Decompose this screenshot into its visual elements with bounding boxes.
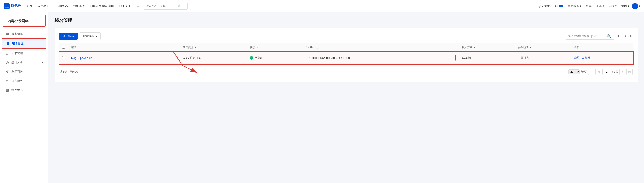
download-icon[interactable]: ⬇: [616, 33, 621, 39]
row-ops: 管理 复制配: [570, 52, 634, 64]
settings-icon[interactable]: ⚙: [622, 33, 627, 39]
batch-ops-button[interactable]: 批量操作 ▾: [80, 32, 101, 40]
nav-right: ◎ 小程序 ✉ 29 集团账号 ▾ 备案 工具 ▾ 支持 ▾ 费用 ▾ ▾: [536, 3, 640, 9]
copy-link[interactable]: 复制配: [582, 56, 590, 59]
logo[interactable]: 腾讯云: [4, 3, 21, 9]
row-check: [59, 52, 68, 64]
sidebar-item-overview[interactable]: ▦ 服务概览: [0, 29, 48, 38]
sidebar-label-domain: 域名管理: [12, 42, 23, 45]
status-filter[interactable]: 状态 ▼: [250, 45, 258, 49]
nav-separator: [52, 4, 52, 8]
add-domain-button[interactable]: 添加域名: [59, 32, 78, 40]
th-domain: 域名: [68, 43, 180, 52]
nav-fee[interactable]: 费用 ▾: [619, 4, 631, 8]
toolbar: 添加域名 批量操作 ▾ 🔍 ⬇ ⚙ ↻: [59, 32, 634, 40]
main-content: 域名管理 添加域名 批量操作 ▾ 🔍 ⬇ ⚙ ↻: [48, 12, 644, 183]
nav-cdn[interactable]: 内容分发网络 CDN: [88, 0, 116, 12]
page-number-input[interactable]: [602, 69, 611, 75]
log-icon: □: [5, 79, 9, 83]
th-access[interactable]: 接入方式 ▼: [459, 43, 514, 52]
refresh-table-icon[interactable]: ↻: [629, 33, 634, 39]
sidebar-item-domain[interactable]: ⊟ 域名管理: [2, 38, 46, 49]
domain-link[interactable]: blog.liujiaweb.cn: [71, 56, 92, 60]
nav-account[interactable]: 集团账号 ▾: [566, 4, 583, 8]
toolbar-right: 🔍 ⬇ ⚙ ↻: [566, 32, 634, 40]
table-search-input[interactable]: [568, 34, 604, 38]
batch-ops-chevron-icon: ▾: [96, 34, 97, 38]
page-size-dropdown[interactable]: 20 50 100: [568, 69, 580, 74]
toolbar-search-box: 🔍: [566, 32, 614, 40]
sidebar-item-refresh[interactable]: ↺ 刷新预热: [0, 67, 48, 76]
row-status: 已启动: [247, 52, 302, 64]
sidebar-item-stats[interactable]: ◷ 统计分析 ▾: [0, 58, 48, 67]
th-check: [59, 43, 68, 52]
page-first-btn[interactable]: ⏮: [588, 69, 594, 75]
table-row: blog.liujiaweb.cn CDN 静态加速 已启动: [59, 52, 634, 64]
sidebar-label-cert: 证书管理: [12, 51, 23, 55]
row-region: 中国境内: [515, 52, 570, 64]
page-next-btn[interactable]: ▶: [619, 69, 626, 75]
nav-tools[interactable]: 工具 ▾: [594, 4, 606, 8]
search-icon[interactable]: 🔍: [178, 4, 182, 8]
th-type[interactable]: 加速类型 ▼: [180, 43, 247, 52]
manage-link[interactable]: 管理: [574, 56, 579, 59]
nav-backup[interactable]: 备案: [584, 4, 593, 8]
th-status[interactable]: 状态 ▼: [247, 43, 302, 52]
page-size-select: 20 50 100 条/页: [568, 69, 586, 74]
plugin-icon: ▦: [5, 88, 9, 92]
avatar[interactable]: [632, 3, 638, 9]
row-type: CDN 静态加速: [180, 52, 247, 64]
stats-arrow-icon: ▾: [42, 61, 43, 64]
layout: 内容分发网络 ▦ 服务概览 ⊟ 域名管理 □ 证书管理 ◷ 统计分析 ▾ ↺ 刷…: [0, 12, 644, 183]
row-domain: blog.liujiaweb.cn: [68, 52, 180, 64]
svg-point-1: [7, 6, 9, 8]
nav-overview[interactable]: 总览: [24, 0, 34, 12]
th-cname: CNAME ⓘ: [302, 43, 459, 52]
sidebar-item-plugin[interactable]: ▦ 插件中心: [0, 86, 48, 95]
sidebar-item-log[interactable]: □ 日志服务: [0, 76, 48, 86]
fee-chevron-icon: ▾: [628, 4, 629, 8]
row-checkbox[interactable]: [62, 56, 65, 59]
sidebar-title: 内容分发网络: [3, 15, 46, 27]
region-filter[interactable]: 服务地域 ▼: [518, 45, 532, 49]
avatar-chevron-icon[interactable]: ▾: [639, 4, 640, 8]
search-input[interactable]: [146, 4, 176, 8]
sidebar-label-plugin: 插件中心: [12, 88, 23, 92]
overview-icon: ▦: [5, 32, 9, 36]
nav-cvm[interactable]: 云服务器: [54, 0, 70, 12]
nav-products[interactable]: 云产品: [36, 0, 50, 12]
status-dot: [250, 56, 253, 60]
table-footer: 共2项，已选0项 20 50 100 条/页 ⏮ ◀ /: [59, 66, 634, 77]
refresh-icon: ↺: [5, 70, 9, 74]
stats-icon: ◷: [5, 60, 9, 64]
page-last-btn[interactable]: ⏭: [626, 69, 632, 75]
nav-ssl[interactable]: SSL 证书: [117, 0, 134, 12]
cname-value: blog.liujiaweb.cn.cdn.dnsv1.com: [312, 56, 350, 59]
top-navigation: 腾讯云 总览 云产品 云服务器 对象存储 内容分发网络 CDN SSL 证书 ·…: [0, 0, 644, 12]
content-card: 添加域名 批量操作 ▾ 🔍 ⬇ ⚙ ↻: [54, 28, 638, 82]
nav-cos[interactable]: 对象存储: [71, 0, 87, 12]
mail-badge: 29: [558, 5, 563, 7]
chevron-down-icon: ▾: [580, 4, 582, 8]
page-prev-btn[interactable]: ◀: [595, 69, 602, 75]
row-access: COS源: [459, 52, 514, 64]
th-region[interactable]: 服务地域 ▼: [515, 43, 570, 52]
access-filter[interactable]: 接入方式 ▼: [462, 45, 476, 49]
tools-chevron-icon: ▾: [602, 4, 604, 8]
sidebar-label-overview: 服务概览: [12, 32, 23, 36]
cert-icon: □: [5, 51, 9, 55]
type-filter[interactable]: 加速类型 ▼: [183, 45, 197, 49]
nav-mini-program[interactable]: ◎ 小程序: [536, 4, 552, 8]
nav-mail[interactable]: ✉ 29: [554, 4, 565, 8]
warning-icon: ⚠: [308, 56, 310, 60]
footer-right: 20 50 100 条/页 ⏮ ◀ / 1 页 ▶ ⏭: [568, 69, 632, 75]
nav-more[interactable]: ···: [134, 0, 141, 12]
sidebar-item-cert[interactable]: □ 证书管理: [0, 49, 48, 58]
sidebar-label-log: 日志服务: [12, 79, 23, 83]
sidebar: 内容分发网络 ▦ 服务概览 ⊟ 域名管理 □ 证书管理 ◷ 统计分析 ▾ ↺ 刷…: [0, 12, 48, 183]
nav-support[interactable]: 支持 ▾: [607, 4, 618, 8]
mail-icon: ✉: [555, 4, 558, 8]
logo-text: 腾讯云: [11, 4, 21, 8]
select-all-checkbox[interactable]: [62, 46, 65, 49]
table-search-icon[interactable]: 🔍: [606, 33, 612, 39]
